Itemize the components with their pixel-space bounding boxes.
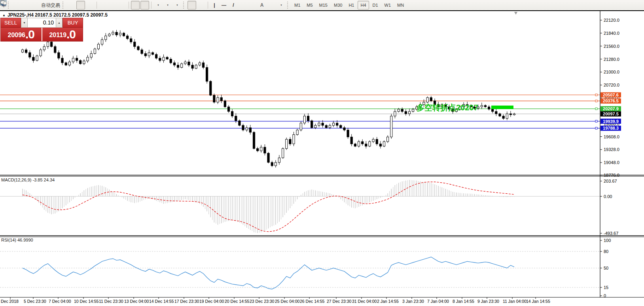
tab-m30[interactable]: M30 [331, 1, 345, 9]
svg-text:20207.9: 20207.9 [603, 106, 619, 111]
svg-text:21560.0: 21560.0 [604, 44, 619, 49]
indicators-button[interactable]: ▾ [153, 1, 162, 9]
sell-price-pips: .0 [25, 28, 34, 40]
svg-text:7 Jan 04:00: 7 Jan 04:00 [427, 299, 449, 304]
templates-button[interactable]: ▾ [172, 1, 181, 9]
toolbar-grip [8, 2, 10, 9]
svg-text:21840.0: 21840.0 [604, 31, 619, 36]
svg-text:21280.0: 21280.0 [604, 57, 619, 62]
zoom-out-button[interactable] [108, 1, 117, 9]
periods-button[interactable]: ▾ [163, 1, 172, 9]
svg-text:17 Dec 23:30: 17 Dec 23:30 [174, 299, 199, 304]
dropdown-arrow-icon[interactable]: ▾ [167, 4, 169, 7]
svg-text:14 Dec 14:55: 14 Dec 14:55 [149, 299, 174, 304]
zoom-in-button[interactable] [99, 1, 108, 9]
sell-price-button[interactable]: 20096 .0 [1, 28, 42, 41]
text-a-icon: A [260, 2, 264, 8]
svg-text:20720.0: 20720.0 [604, 83, 619, 87]
symbol-ohlc-label: JPN225-,H4 20167.5 20172.5 20097.5 20097… [8, 12, 108, 18]
signal-icon[interactable] [31, 1, 40, 9]
dropdown-arrow-icon[interactable]: ▾ [280, 4, 282, 7]
bar-chart-mode-button[interactable] [67, 1, 76, 9]
svg-text:20097.5: 20097.5 [603, 111, 619, 116]
toolbar-grip [63, 2, 65, 9]
tab-m1[interactable]: M1 [292, 1, 303, 9]
panel-collapse-icon[interactable]: ▲ [2, 13, 6, 17]
toolbar-separator [97, 2, 97, 9]
svg-text:13 Dec 04:00: 13 Dec 04:00 [124, 299, 149, 304]
candlestick-mode-button[interactable] [76, 1, 85, 9]
profile-icon[interactable] [22, 1, 30, 9]
svg-text:15: 15 [604, 285, 608, 290]
cursor-button[interactable] [188, 1, 196, 9]
buy-button[interactable]: BUY [63, 18, 83, 28]
buy-price-button[interactable]: 20119 .0 [42, 28, 83, 41]
svg-text:20507.6: 20507.6 [603, 93, 619, 97]
vertical-line-tool[interactable]: | [210, 1, 219, 9]
svg-text:19 Dec 04:00: 19 Dec 04:00 [199, 299, 224, 304]
one-click-trading-panel: SELL ▼ 0.10 ▲ BUY 20096 .0 20119 .0 [0, 18, 83, 42]
svg-text:19608.0: 19608.0 [604, 134, 619, 139]
svg-text:14 Jan 14:55: 14 Jan 14:55 [526, 299, 550, 304]
arrows-tool[interactable]: ▾ [277, 1, 285, 9]
order-tag-icon[interactable] [12, 1, 21, 9]
volume-increase-button[interactable]: ▲ [56, 18, 63, 28]
svg-text:23 Dec 23:30: 23 Dec 23:30 [250, 299, 275, 304]
rsi-indicator-label: RSI(14) 46.9990 [1, 238, 33, 242]
macd-indicator-label: MACD(12,26,9) -3.85 24.34 [1, 178, 55, 182]
trendline-icon: / [233, 2, 234, 8]
mt4-window: { "toolbar": { "cut_label": "单", "auto_t… [0, 0, 644, 306]
buy-price-pips: .0 [66, 28, 76, 40]
tab-d1[interactable]: D1 [370, 1, 381, 9]
svg-text:27 Dec 23:30: 27 Dec 23:30 [327, 299, 352, 304]
svg-text:11 Dec 23:30: 11 Dec 23:30 [99, 299, 123, 304]
svg-text:19048.0: 19048.0 [604, 160, 619, 165]
line-chart-mode-button[interactable] [86, 1, 95, 9]
svg-text:7 Dec 04:00: 7 Dec 04:00 [49, 299, 71, 304]
volume-decrease-button[interactable]: ▼ [21, 18, 28, 28]
svg-text:80: 80 [604, 249, 608, 254]
trendline-tool[interactable]: / [229, 1, 238, 9]
toolbar-grip [183, 2, 186, 9]
svg-text:0.00: 0.00 [604, 194, 612, 199]
tile-windows-button[interactable] [118, 1, 127, 9]
autotrade-label: 自动交易 [41, 2, 60, 9]
annotation-text[interactable]: 多空转折点20207 [417, 102, 478, 113]
sell-button[interactable]: SELL [0, 18, 21, 28]
volume-input[interactable]: 0.10 [28, 18, 56, 28]
chat-bubbles-icon [0, 0, 7, 6]
svg-text:22120.0: 22120.0 [604, 18, 619, 23]
crosshair-button[interactable] [197, 1, 206, 9]
tab-mn[interactable]: MN [394, 1, 407, 9]
tab-m15[interactable]: M15 [316, 1, 330, 9]
svg-text:31 Dec 04:00: 31 Dec 04:00 [352, 299, 377, 304]
svg-text:203.67: 203.67 [604, 179, 617, 183]
community-button[interactable] [632, 1, 641, 9]
chart-shift-button[interactable] [140, 1, 149, 9]
channel-tool[interactable]: E [239, 1, 247, 9]
autotrade-button[interactable]: 自动交易 [41, 1, 61, 9]
svg-text:25 Dec 04:00: 25 Dec 04:00 [275, 299, 300, 304]
horizontal-line-tool[interactable]: — [220, 1, 228, 9]
chart-canvas[interactable]: 22120.021840.021560.021280.021000.020720… [0, 0, 644, 306]
svg-text:21000.0: 21000.0 [604, 70, 619, 74]
svg-text:9 Jan 23:30: 9 Jan 23:30 [477, 299, 499, 304]
svg-text:19328.0: 19328.0 [604, 147, 619, 152]
dropdown-arrow-icon[interactable]: ▾ [157, 4, 159, 7]
tab-h4[interactable]: H4 [358, 1, 369, 9]
tab-w1[interactable]: W1 [382, 1, 394, 9]
svg-text:3 Jan 23:30: 3 Jan 23:30 [402, 299, 424, 304]
vline-icon: | [214, 2, 215, 8]
svg-text:-493.67: -493.67 [604, 231, 618, 236]
text-label-tool[interactable]: T [267, 1, 276, 9]
tab-h1[interactable]: H1 [346, 1, 357, 9]
svg-text:19788.3: 19788.3 [603, 126, 619, 130]
tab-m5[interactable]: M5 [304, 1, 315, 9]
hline-icon: — [222, 2, 226, 8]
fibonacci-tool[interactable]: F [248, 1, 257, 9]
toolbar-grip [287, 2, 290, 9]
dropdown-arrow-icon[interactable]: ▾ [176, 4, 178, 7]
search-button[interactable] [623, 1, 631, 9]
text-tool[interactable]: A [258, 1, 266, 9]
auto-scroll-button[interactable] [131, 1, 140, 9]
